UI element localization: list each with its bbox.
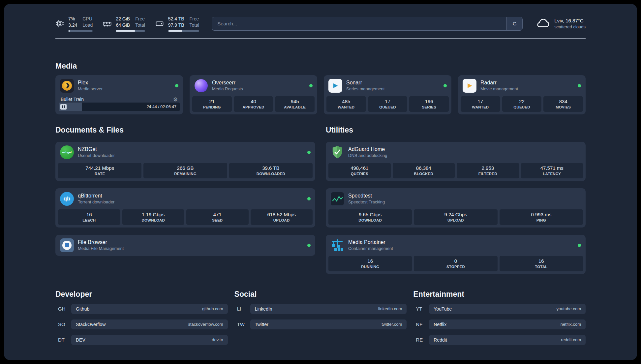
nzbget-icon: nzbget <box>60 145 74 159</box>
ram-metric: 22 GiB 64 GiB Free Total <box>103 16 145 32</box>
sonarr-card[interactable]: Sonarr Series management 485WANTED 17QUE… <box>324 75 451 114</box>
cloud-icon <box>535 17 550 30</box>
portainer-stats: 16RUNNING 0STOPPED 16TOTAL <box>326 256 586 274</box>
stat: 47.571 msLATENCY <box>521 163 583 178</box>
bookmark-twitter[interactable]: TW Twittertwitter.com <box>234 319 407 329</box>
section-title-developer: Developer <box>55 290 228 299</box>
weather-location: Lviv, 16.87°C <box>554 18 586 23</box>
status-dot <box>307 244 311 247</box>
radarr-card[interactable]: Radarr Movie management 17WANTED 22QUEUE… <box>458 75 586 114</box>
filebrowser-icon <box>60 238 74 252</box>
search-provider-button[interactable]: G <box>506 17 522 30</box>
section-title-social: Social <box>234 290 407 299</box>
overseerr-stats: 21PENDING 40APPROVED 945AVAILABLE <box>190 96 317 114</box>
bookmark-abbr: GH <box>55 306 71 312</box>
playback-time: 24:44 / 02:06:47 <box>147 105 176 109</box>
weather-widget: Lviv, 16.87°C scattered clouds <box>535 17 586 30</box>
service-name: Media Portainer <box>348 239 393 245</box>
cpu-percent: 7% <box>68 16 77 22</box>
portainer-card[interactable]: Media Portainer Container management 16R… <box>326 235 586 274</box>
speedtest-stats: 9.65 GbpsDOWNLOAD 9.24 GbpsUPLOAD 0.993 … <box>326 209 586 228</box>
service-name: Speedtest <box>348 193 385 199</box>
section-media: Media Plex Media server Bullet Train ⚙ <box>55 62 586 114</box>
stat: 945AVAILABLE <box>275 96 315 112</box>
bookmark-name: YouTube <box>434 306 452 312</box>
middle-columns: Documents & Files nzbget NZBGet Usenet d… <box>55 126 586 274</box>
ram-progress-track <box>116 30 145 32</box>
plex-player-bar[interactable]: 24:44 / 02:06:47 <box>59 103 180 111</box>
pause-icon[interactable] <box>60 104 67 109</box>
service-name: Overseerr <box>212 80 243 86</box>
bookmark-stackoverflow[interactable]: SO StackOverflowstackoverflow.com <box>55 319 228 329</box>
plex-card[interactable]: Plex Media server Bullet Train ⚙ 24:44 /… <box>55 75 183 114</box>
bookmark-url: github.com <box>202 306 223 311</box>
nzbget-card[interactable]: nzbget NZBGet Usenet downloader 744.21 M… <box>55 142 315 181</box>
stat: 471SEED <box>186 209 249 225</box>
bookmark-name: Twitter <box>255 322 268 327</box>
bookmark-netflix[interactable]: NF Netflixnetflix.com <box>413 319 586 329</box>
bookmark-name: DEV <box>76 337 85 343</box>
qbittorrent-stats: 16LEECH 1.19 GbpsDOWNLOAD 471SEED 618.52… <box>55 209 315 228</box>
social-bookmarks: Social LI LinkedInlinkedin.com TW Twitte… <box>234 290 407 350</box>
disk-total: 97.9 TB <box>168 22 184 28</box>
entertainment-bookmarks: Entertainment YT YouTubeyoutube.com NF N… <box>413 290 586 350</box>
status-dot <box>175 84 178 87</box>
status-dot <box>307 151 311 154</box>
nzbget-stats: 744.21 MbpsRATE 266 GBREMAINING 39.6 TBD… <box>55 163 315 181</box>
portainer-icon <box>330 238 344 252</box>
stat: 744.21 MbpsRATE <box>58 163 141 178</box>
gear-icon[interactable]: ⚙ <box>173 96 178 103</box>
service-name: Sonarr <box>346 80 384 86</box>
service-name: File Browser <box>78 239 124 245</box>
bookmark-name: StackOverflow <box>76 322 106 327</box>
bookmark-github[interactable]: GH Githubgithub.com <box>55 304 228 314</box>
disk-progress-fill <box>168 30 182 32</box>
adguard-icon <box>330 145 344 159</box>
stat: 21PENDING <box>192 96 232 112</box>
utilities-column: Utilities AdGuard Home DNS and adblockin… <box>326 126 586 274</box>
dashboard: 7% 3.24 CPU Load <box>4 4 637 360</box>
disk-free: 52.4 TB <box>168 16 184 22</box>
search-input[interactable] <box>212 17 506 30</box>
cpu-progress-fill <box>68 30 70 32</box>
service-desc: Media Requests <box>212 86 243 91</box>
stat: 196SERIES <box>409 96 449 112</box>
service-name: Radarr <box>480 80 518 86</box>
stat: 16RUNNING <box>328 256 412 271</box>
bookmark-dev[interactable]: DT DEVdev.to <box>55 335 228 345</box>
service-desc: Speedtest Tracking <box>348 199 385 204</box>
service-desc: Torrent downloader <box>78 199 114 204</box>
developer-bookmarks: Developer GH Githubgithub.com SO StackOv… <box>55 290 228 350</box>
bookmark-url: dev.to <box>212 337 223 342</box>
filebrowser-card[interactable]: File Browser Media File Management <box>55 235 315 256</box>
ram-free: 22 GiB <box>116 16 130 22</box>
qbittorrent-card[interactable]: qb qBittorrent Torrent downloader 16LEEC… <box>55 188 315 228</box>
disk-progress-track <box>168 30 199 32</box>
stat: 17WANTED <box>461 96 500 112</box>
stat: 834MOVIES <box>543 96 583 112</box>
service-desc: Usenet downloader <box>78 153 115 158</box>
bookmark-name: Github <box>76 306 89 312</box>
service-desc: Series management <box>346 86 384 91</box>
ram-progress-fill <box>116 30 135 32</box>
bookmark-name: Netflix <box>434 322 446 327</box>
speedtest-card[interactable]: Speedtest Speedtest Tracking 9.65 GbpsDO… <box>326 188 586 228</box>
cpu-label-top: CPU <box>82 16 93 22</box>
service-name: AdGuard Home <box>348 146 387 152</box>
bookmark-name: Reddit <box>434 337 447 343</box>
adguard-card[interactable]: AdGuard Home DNS and adblocking 498,461Q… <box>326 142 586 181</box>
overseerr-card[interactable]: Overseerr Media Requests 21PENDING 40APP… <box>190 75 317 114</box>
bookmark-name: LinkedIn <box>255 306 272 312</box>
section-title-media: Media <box>55 62 586 71</box>
bookmark-reddit[interactable]: RE Redditreddit.com <box>413 335 586 345</box>
stat: 9.65 GbpsDOWNLOAD <box>328 209 412 225</box>
bookmark-linkedin[interactable]: LI LinkedInlinkedin.com <box>234 304 407 314</box>
bookmark-abbr: RE <box>413 337 429 343</box>
stat: 2,953FILTERED <box>457 163 519 178</box>
cpu-icon <box>55 19 64 28</box>
bookmark-youtube[interactable]: YT YouTubeyoutube.com <box>413 304 586 314</box>
bookmark-url: netflix.com <box>561 322 581 327</box>
sonarr-stats: 485WANTED 17QUEUED 196SERIES <box>324 96 451 114</box>
service-desc: Media server <box>78 86 103 91</box>
top-bar: 7% 3.24 CPU Load <box>55 16 586 32</box>
